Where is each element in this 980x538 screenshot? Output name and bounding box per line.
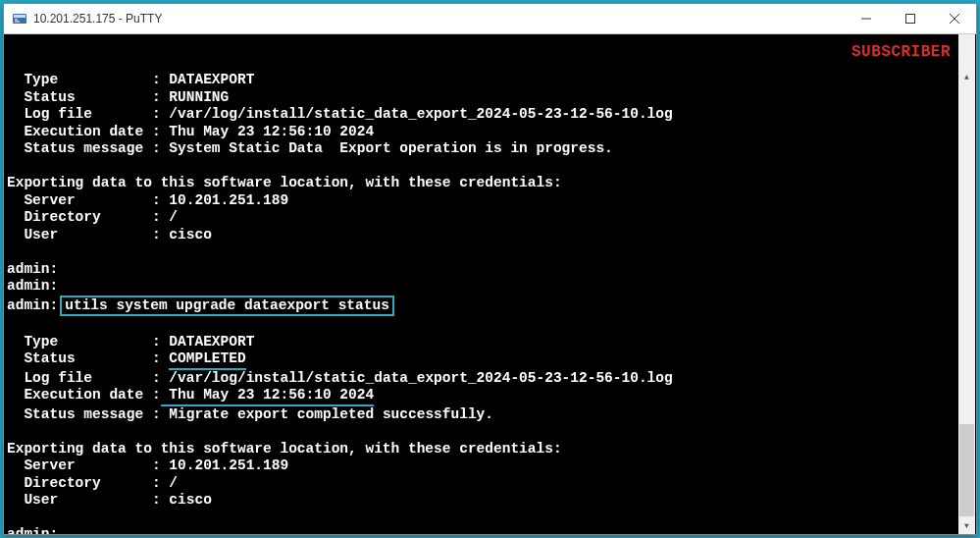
scrollbar[interactable]: ▲ ▼ xyxy=(958,34,975,534)
b1-status-val: RUNNING xyxy=(161,89,230,105)
b1-msg-val: System Static Data Export operation is i… xyxy=(161,140,613,156)
b2-status-val: COMPLETED xyxy=(169,350,245,370)
b1-exec-val: Thu May 23 12:56:10 2024 xyxy=(161,124,375,139)
titlebar[interactable]: 10.201.251.175 - PuTTY xyxy=(4,4,976,34)
close-button[interactable] xyxy=(932,4,976,33)
c1-dir-val: / xyxy=(161,209,178,225)
scroll-thumb[interactable] xyxy=(959,424,974,516)
terminal-area[interactable]: SUBSCRIBER Type : DATAEXPORT Status : RU… xyxy=(4,34,976,534)
prompt-3: admin: xyxy=(7,297,58,313)
c1-user-val: cisco xyxy=(161,227,212,242)
c1-user-lbl: User : xyxy=(7,227,161,242)
prompt-4: admin: xyxy=(7,526,58,534)
command-highlight: utils system upgrade dataexport status xyxy=(60,296,394,317)
maximize-button[interactable] xyxy=(888,4,932,33)
b2-log-val: /var/log/install/static_data_export_2024… xyxy=(161,370,673,386)
minimize-button[interactable] xyxy=(844,4,888,33)
svg-rect-1 xyxy=(14,15,26,18)
b1-msg-lbl: Status message : xyxy=(7,140,161,156)
subscriber-label: SUBSCRIBER xyxy=(851,44,951,62)
b2-msg-val: Migrate export completed successfully. xyxy=(161,406,493,422)
putty-icon xyxy=(12,11,27,27)
c1-dir-lbl: Directory : xyxy=(7,209,161,225)
c2-user-lbl: User : xyxy=(7,492,161,508)
export-header-2: Exporting data to this software location… xyxy=(7,441,562,457)
b1-log-lbl: Log file : xyxy=(7,106,161,122)
svg-rect-2 xyxy=(15,20,18,21)
scroll-down-icon[interactable]: ▼ xyxy=(958,517,975,534)
c2-user-val: cisco xyxy=(161,492,212,508)
b2-exec-lbl: Execution date : xyxy=(7,387,161,403)
c1-server-val: 10.201.251.189 xyxy=(161,192,289,208)
b2-exec-val: Thu May 23 12:56:10 2024 xyxy=(161,387,375,406)
scroll-up-icon[interactable]: ▲ xyxy=(958,69,975,85)
c2-dir-lbl: Directory : xyxy=(7,475,161,491)
window-title: 10.201.251.175 - PuTTY xyxy=(33,12,844,26)
c2-server-lbl: Server : xyxy=(7,457,161,473)
svg-rect-3 xyxy=(15,22,20,23)
b2-status-lbl: Status : xyxy=(7,350,169,366)
b1-log-val: /var/log/install/static_data_export_2024… xyxy=(161,106,673,122)
c2-dir-val: / xyxy=(161,475,178,491)
putty-window: 10.201.251.175 - PuTTY SUBSCRIBER Type :… xyxy=(3,3,977,535)
b1-type-lbl: Type : xyxy=(7,72,161,87)
b1-exec-lbl: Execution date : xyxy=(7,124,161,139)
svg-rect-5 xyxy=(905,15,914,24)
prompt-2: admin: xyxy=(7,278,58,294)
export-header-1: Exporting data to this software location… xyxy=(7,175,562,190)
prompt-1: admin: xyxy=(7,261,58,277)
b2-log-lbl: Log file : xyxy=(7,370,161,386)
b1-status-lbl: Status : xyxy=(7,89,161,105)
c2-server-val: 10.201.251.189 xyxy=(161,457,289,473)
b1-type-val: DATAEXPORT xyxy=(161,72,255,87)
b2-type-val: DATAEXPORT xyxy=(161,334,255,350)
window-controls xyxy=(844,4,976,33)
b2-type-lbl: Type : xyxy=(7,334,161,350)
b2-msg-lbl: Status message : xyxy=(7,406,161,422)
c1-server-lbl: Server : xyxy=(7,192,161,208)
